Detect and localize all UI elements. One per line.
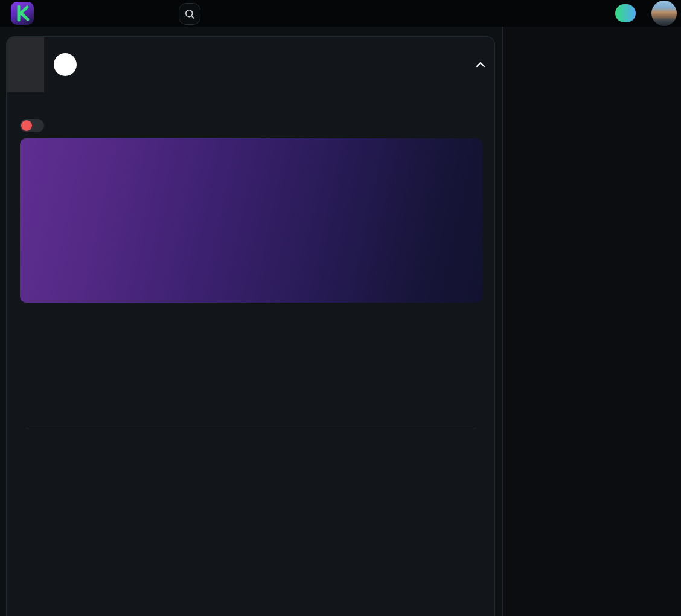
kinfo-brand[interactable]	[11, 2, 41, 25]
candlestick-chart	[20, 138, 482, 303]
transactions-divider	[26, 428, 476, 428]
search-button[interactable]	[179, 3, 200, 25]
toggle-knob	[21, 120, 32, 131]
trade-card	[6, 36, 495, 616]
top-navbar	[0, 0, 681, 27]
chevron-up-icon	[475, 60, 486, 69]
prepost-toggle-row	[20, 119, 52, 132]
content-column	[0, 27, 503, 616]
avatar[interactable]	[651, 1, 677, 26]
upgrade-button[interactable]	[615, 4, 636, 22]
trade-stats	[7, 37, 494, 92]
collapse-button[interactable]	[475, 60, 486, 71]
kinfo-logo	[11, 2, 34, 25]
search-icon	[185, 9, 195, 19]
prepost-market-toggle[interactable]	[20, 119, 44, 132]
kinfo-k-glyph	[14, 5, 30, 22]
price-chart[interactable]	[20, 138, 482, 303]
